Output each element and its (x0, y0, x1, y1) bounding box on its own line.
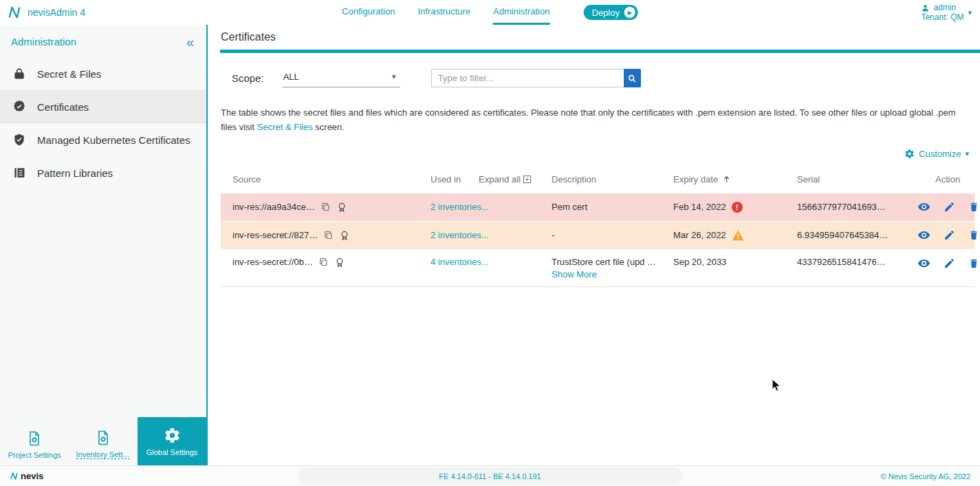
top-navigation: Configuration Infrastructure Administrat… (342, 0, 638, 25)
error-icon: ! (732, 202, 743, 213)
copy-icon[interactable] (323, 230, 334, 240)
nevis-logo-icon (7, 5, 22, 20)
table-row: inv-res-secret://827… 2 inventories... -… (221, 222, 974, 250)
app-window: nevisAdmin 4 Configuration Infrastructur… (0, 0, 980, 486)
col-header-description: Description (540, 174, 662, 184)
certificates-table: Source Used in Expand all Description Ex… (221, 166, 974, 287)
tab-inventory-settings[interactable]: Inventory Sett… (69, 423, 138, 465)
warning-icon (732, 230, 744, 241)
gear-icon (904, 149, 915, 159)
view-icon[interactable] (917, 257, 930, 270)
search-icon (627, 74, 637, 83)
col-header-serial: Serial (785, 174, 908, 184)
edit-icon[interactable] (944, 257, 955, 269)
sidebar-item-label: Secret & Files (37, 68, 101, 80)
chevron-down-icon[interactable]: ▾ (968, 8, 972, 17)
sidebar-item-managed-k8s-certificates[interactable]: Managed Kubernetes Certificates (0, 123, 206, 156)
used-in-link[interactable]: 2 inventories... (431, 230, 489, 240)
shield-check-icon (11, 131, 28, 148)
brand: nevisAdmin 4 (7, 5, 85, 20)
settings-tabs: Project Settings Inventory Sett… Global … (0, 417, 206, 465)
expand-all-button[interactable]: Expand all (479, 174, 531, 184)
customize-label: Customize (919, 149, 961, 159)
edit-icon[interactable] (944, 201, 955, 213)
view-icon[interactable] (917, 200, 930, 213)
nav-administration[interactable]: Administration (493, 0, 549, 25)
nav-infrastructure[interactable]: Infrastructure (417, 0, 470, 25)
serial-text: 6.934959407645384… (785, 230, 908, 240)
deploy-button-label: Deploy (591, 8, 619, 18)
tab-global-settings[interactable]: Global Settings (138, 417, 206, 465)
footer: nevis FE 4.14.0-611 - BE 4.14.0.191 © Ne… (0, 465, 980, 486)
col-header-used-in: Used in (431, 174, 461, 184)
footer-version-pill: FE 4.14.0-611 - BE 4.14.0.191 (298, 467, 683, 485)
footer-logo-text: nevis (21, 471, 43, 481)
content-area: Scope: ALL ▼ The (208, 53, 980, 465)
show-more-link[interactable]: Show More (552, 269, 662, 279)
intro-text: The table shows the secret files and fil… (221, 106, 963, 135)
filter-group (431, 69, 641, 87)
used-in-link[interactable]: 4 inventories... (431, 257, 489, 267)
table-row: inv-res://aa9a34ce… 2 inventories... Pem… (221, 193, 974, 222)
footer-logo: nevis (10, 471, 43, 481)
gear-icon (163, 427, 181, 445)
shell: Administration « Secret & Files Certific… (0, 25, 980, 465)
library-icon (11, 165, 28, 181)
collapse-sidebar-icon[interactable]: « (186, 37, 194, 47)
search-button[interactable] (624, 69, 641, 87)
table-row: inv-res-secret://0b… 4 inventories... Tr… (221, 250, 974, 287)
expiry-text: Feb 14, 2022 (673, 202, 726, 212)
user-name: admin (933, 3, 956, 12)
edit-icon[interactable] (944, 229, 955, 241)
copyright-text: © Nevis Security AG, 2022 (881, 472, 970, 480)
copy-icon[interactable] (318, 257, 329, 267)
delete-icon[interactable] (968, 257, 979, 269)
description-text: TrustStore cert file (upd … (552, 257, 662, 267)
used-in-link[interactable]: 2 inventories... (431, 202, 489, 212)
delete-icon[interactable] (968, 229, 979, 241)
scope-select[interactable]: ALL ▼ (282, 70, 400, 87)
delete-icon[interactable] (968, 201, 979, 213)
sidebar-item-pattern-libraries[interactable]: Pattern Libraries (0, 156, 206, 189)
chevron-down-icon: ▾ (965, 149, 969, 158)
col-header-source: Source (221, 174, 419, 184)
tab-label: Inventory Sett… (76, 450, 131, 459)
app-title: nevisAdmin 4 (28, 7, 85, 18)
col-header-expiry: Expiry date (673, 174, 718, 184)
source-text: inv-res://aa9a34ce… (232, 202, 315, 212)
page-title: Certificates (221, 31, 276, 43)
serial-text: 1566377977041693… (785, 202, 908, 212)
project-settings-icon (25, 430, 43, 447)
intro-after: screen. (315, 122, 345, 132)
expiry-text: Mar 26, 2022 (673, 230, 726, 240)
certificate-icon (334, 257, 345, 268)
sidebar-header: Administration « (0, 25, 206, 57)
secret-files-link[interactable]: Secret & Files (257, 122, 313, 132)
filter-input[interactable] (431, 69, 624, 87)
certificate-rosette-icon (11, 98, 28, 115)
view-icon[interactable] (917, 229, 930, 242)
sidebar-item-certificates[interactable]: Certificates (0, 90, 206, 123)
description-text: Pem cert (540, 202, 662, 212)
inventory-settings-icon (94, 429, 112, 447)
sidebar-item-label: Pattern Libraries (37, 167, 113, 179)
top-bar: nevisAdmin 4 Configuration Infrastructur… (0, 0, 980, 25)
tab-label: Global Settings (146, 448, 198, 456)
col-header-expiry-sort[interactable]: Expiry date (662, 174, 785, 184)
user-menu[interactable]: admin Tenant: QM ▾ (921, 3, 972, 22)
certificate-icon (339, 230, 350, 241)
source-text: inv-res-secret://827… (232, 230, 318, 240)
nav-configuration[interactable]: Configuration (342, 0, 395, 25)
tab-project-settings[interactable]: Project Settings (0, 423, 69, 465)
copy-icon[interactable] (320, 202, 331, 212)
table-header-row: Source Used in Expand all Description Ex… (221, 166, 974, 193)
play-icon: ▶ (624, 7, 635, 18)
sort-up-icon (722, 175, 731, 184)
customize-control[interactable]: Customize ▾ (221, 149, 974, 159)
page-header: Certificates (208, 25, 980, 50)
sidebar-item-label: Certificates (37, 101, 89, 113)
sidebar-item-secret-files[interactable]: Secret & Files (0, 57, 206, 90)
expand-all-icon (523, 176, 531, 183)
expand-all-label: Expand all (479, 174, 521, 184)
deploy-button[interactable]: Deploy ▶ (583, 5, 638, 20)
